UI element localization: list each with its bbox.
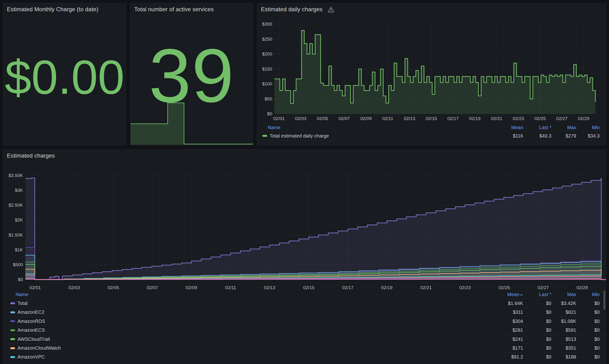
y-axis-tick: $3K — [3, 187, 23, 193]
x-axis-tick: 02/05 — [312, 116, 333, 121]
legend-header-name[interactable]: Name — [15, 292, 28, 297]
panel-title[interactable]: Estimated charges — [7, 152, 55, 159]
x-axis-tick: 02/27 — [551, 116, 573, 121]
legend-rows: Total estimated daily charge$116$40.3$27… — [257, 131, 606, 141]
series-name[interactable]: Total — [17, 301, 27, 306]
estimated-charges-chart — [25, 168, 606, 282]
legend-header-min[interactable]: Min — [576, 125, 600, 130]
series-name[interactable]: AmazonECS — [17, 327, 45, 333]
x-axis-tick: 02/15 — [298, 285, 320, 291]
last-value: $0 — [523, 319, 551, 324]
legend-header-last[interactable]: Last * — [523, 292, 551, 297]
legend-header-name[interactable]: Name — [268, 125, 280, 130]
x-axis-tick: 02/27 — [532, 285, 554, 291]
x-axis-tick: 02/09 — [181, 285, 202, 291]
legend-header-max[interactable]: Max — [551, 125, 576, 130]
mean-value: $91.2 — [494, 354, 523, 360]
y-axis-tick: $150 — [257, 66, 272, 72]
series-color-swatch[interactable] — [10, 329, 15, 331]
series-name[interactable]: AWSCloudTrail — [17, 337, 50, 342]
legend-header-min[interactable]: Min — [576, 292, 600, 297]
series-color-swatch[interactable] — [10, 311, 15, 313]
x-axis-tick: 02/09 — [355, 116, 377, 121]
x-axis-tick: 02/13 — [399, 116, 420, 121]
y-axis-tick: $1.50K — [3, 232, 23, 238]
max-value: $513 — [551, 337, 576, 342]
legend-header-mean[interactable]: Mean — [494, 125, 523, 130]
series-color-swatch[interactable] — [262, 135, 267, 137]
last-value: $0 — [523, 354, 551, 360]
series-name[interactable]: AmazonVPC — [17, 354, 45, 360]
x-axis-tick: 02/23 — [507, 116, 529, 121]
legend-row: AWSCloudTrail$241$0$513$0 — [3, 335, 606, 344]
y-axis-tick: $100 — [257, 81, 272, 87]
panel-title[interactable]: Total number of active services — [134, 6, 214, 13]
y-axis-tick: $250 — [257, 36, 272, 42]
x-axis-tick: 02/29 — [573, 116, 595, 121]
panel-title-text: Estimated charges — [7, 152, 55, 159]
min-value: $0 — [576, 301, 600, 306]
x-axis-tick: 02/07 — [334, 116, 355, 121]
min-value: $0 — [576, 354, 600, 360]
y-axis-tick: $0 — [3, 277, 23, 283]
y-axis-tick: $200 — [257, 51, 272, 57]
series-color-swatch[interactable] — [10, 302, 15, 304]
series-color-swatch[interactable] — [10, 320, 15, 322]
legend-header: Name Mean Last * Max Min — [257, 124, 606, 131]
legend-row: AmazonECS$281$0$591$0 — [3, 326, 606, 335]
legend-row: Total$1.64K$0$3.42K$0 — [3, 299, 606, 308]
mean-value: $116 — [494, 133, 523, 139]
mean-value: $1.64K — [494, 301, 523, 306]
x-axis-tick: 02/21 — [486, 116, 507, 121]
min-value: $34.3 — [576, 133, 600, 139]
daily-legend: Name Mean Last * Max Min Total estimated… — [257, 124, 606, 141]
y-axis-tick: $300 — [257, 21, 272, 27]
x-axis-tick: 02/15 — [420, 116, 442, 121]
x-axis-tick: 02/21 — [415, 285, 437, 291]
series-name[interactable]: AmazonRDS — [17, 319, 45, 324]
mean-value: $171 — [494, 345, 523, 351]
panel-title-text: Estimated daily charges — [261, 6, 323, 13]
x-axis-tick: 02/25 — [529, 116, 551, 121]
panel-estimated-daily-charges: Estimated daily charges $0$50$100$150$20… — [257, 3, 606, 145]
panel-title[interactable]: Estimated Monthly Charge (to date) — [7, 6, 98, 13]
last-value: $0 — [523, 345, 551, 351]
min-value: $0 — [576, 319, 600, 324]
charges-legend: Name Mean Last * Max Min Total$1.64K$0$3… — [3, 290, 606, 362]
last-value: $0 — [523, 337, 551, 342]
legend-header-mean[interactable]: Mean — [494, 292, 523, 297]
series-color-swatch[interactable] — [10, 338, 15, 340]
panel-estimated-monthly-charge: Estimated Monthly Charge (to date) $0.00 — [3, 3, 126, 145]
last-value: $0 — [523, 310, 551, 315]
legend-header-mean-text: Mean — [507, 292, 519, 297]
warning-triangle-icon[interactable] — [328, 6, 334, 13]
legend-scrollbar[interactable] — [604, 291, 605, 310]
legend-header-last[interactable]: Last * — [523, 125, 551, 130]
min-value: $0 — [576, 327, 600, 333]
max-value: $591 — [551, 327, 576, 333]
series-name[interactable]: AmazonCloudWatch — [17, 345, 61, 351]
last-value: $0 — [523, 301, 551, 306]
y-axis-tick: $50 — [257, 96, 272, 102]
panel-title[interactable]: Estimated daily charges — [261, 6, 334, 13]
min-value: $0 — [576, 337, 600, 342]
x-axis-tick: 02/07 — [142, 285, 163, 291]
x-axis-tick: 02/29 — [571, 285, 593, 291]
daily-charges-chart — [274, 19, 606, 120]
legend-row: AmazonCloudWatch$171$0$351$0 — [3, 344, 606, 353]
y-axis-tick: $1K — [3, 247, 23, 253]
series-color-swatch[interactable] — [10, 347, 15, 349]
series-name[interactable]: Total estimated daily charge — [270, 133, 329, 139]
legend-row: AmazonVPC$91.2$0$188$0 — [3, 352, 606, 362]
panel-title-text: Estimated Monthly Charge (to date) — [7, 6, 98, 13]
mean-value: $241 — [494, 337, 523, 342]
legend-header-max[interactable]: Max — [551, 292, 576, 297]
series-name[interactable]: AmazonEC2 — [17, 310, 44, 315]
legend-row: Total estimated daily charge$116$40.3$27… — [257, 131, 606, 141]
min-value: $0 — [576, 310, 600, 315]
x-axis-tick: 02/17 — [442, 116, 464, 121]
max-value: $279 — [551, 133, 576, 139]
last-value: $40.3 — [523, 133, 551, 139]
series-color-swatch[interactable] — [10, 356, 15, 358]
legend-row: AmazonRDS$304$0$1.08K$0 — [3, 317, 606, 326]
